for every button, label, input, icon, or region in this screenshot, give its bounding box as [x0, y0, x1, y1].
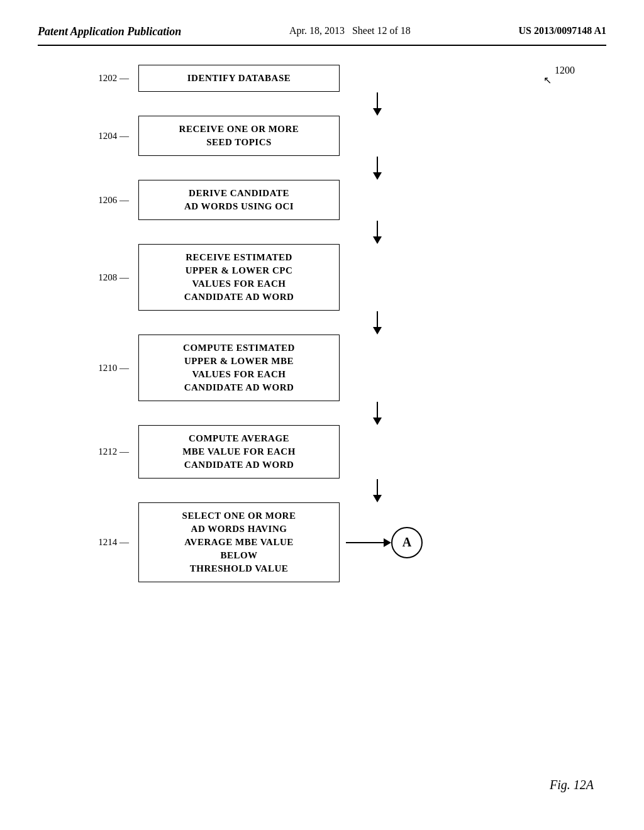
arrow-3-shaft [377, 221, 378, 236]
arrow-5-tip [373, 418, 382, 425]
arrow-6-tip [373, 495, 382, 502]
step-1206-box: DERIVE CANDIDATEAD WORDS USING OCI [138, 180, 340, 220]
step-1212-label: 1212 — [88, 446, 138, 457]
circle-a: A [391, 527, 423, 558]
patent-number: US 2013/0097148 A1 [518, 25, 606, 36]
figure-label: Fig. 12A [550, 778, 594, 792]
arrow-2-shaft [377, 157, 378, 172]
arrow-2-tip [373, 172, 382, 180]
step-1208-label: 1208 — [88, 272, 138, 283]
arrow-2 [88, 156, 606, 180]
diagram-area: ↖ 1200 1202 — IDENTIFY DATABASE 1204 — R… [38, 65, 606, 582]
arrow-4-shaft [377, 311, 378, 327]
arrow-6-shaft [377, 479, 378, 495]
arrow-1 [88, 92, 606, 116]
arrow-1-tip [373, 108, 382, 116]
page: Patent Application Publication Apr. 18, … [0, 0, 644, 830]
step-1204-label: 1204 — [88, 131, 138, 141]
step-1208-box: RECEIVE ESTIMATEDUPPER & LOWER CPCVALUES… [138, 244, 340, 311]
step-1202-label: 1202 — [88, 73, 138, 84]
step-1206-row: 1206 — DERIVE CANDIDATEAD WORDS USING OC… [88, 180, 606, 220]
circle-a-label: A [402, 535, 411, 550]
side-arrow-tip [384, 538, 391, 547]
step-1214-box: SELECT ONE OR MOREAD WORDS HAVINGAVERAGE… [138, 502, 340, 582]
step-1212-row: 1212 — COMPUTE AVERAGEMBE VALUE FOR EACH… [88, 425, 606, 479]
step-1202-row: 1202 — IDENTIFY DATABASE [88, 65, 606, 92]
publication-label: Patent Application Publication [38, 25, 181, 38]
step-1208-row: 1208 — RECEIVE ESTIMATEDUPPER & LOWER CP… [88, 244, 606, 311]
arrow-1-shaft [377, 92, 378, 108]
arrow-5 [88, 401, 606, 425]
arrow-4-tip [373, 327, 382, 335]
publication-date: Apr. 18, 2013 [289, 25, 345, 36]
step-1204-box: RECEIVE ONE OR MORESEED TOPICS [138, 116, 340, 156]
arrow-5-shaft [377, 402, 378, 418]
side-line [346, 542, 384, 543]
arrow-3 [88, 220, 606, 244]
step-1204-row: 1204 — RECEIVE ONE OR MORESEED TOPICS [88, 116, 606, 156]
arrow-4 [88, 311, 606, 335]
step-1214-label: 1214 — [88, 537, 138, 548]
step-1212-box: COMPUTE AVERAGEMBE VALUE FOR EACHCANDIDA… [138, 425, 340, 479]
step-1206-label: 1206 — [88, 195, 138, 206]
step-1210-row: 1210 — COMPUTE ESTIMATEDUPPER & LOWER MB… [88, 335, 606, 401]
header-center: Apr. 18, 2013 Sheet 12 of 18 [289, 25, 411, 36]
sheet-info: Sheet 12 of 18 [352, 25, 411, 36]
step-1210-label: 1210 — [88, 363, 138, 374]
step-1202-box: IDENTIFY DATABASE [138, 65, 340, 92]
side-connector: A [346, 527, 423, 558]
step-1210-box: COMPUTE ESTIMATEDUPPER & LOWER MBEVALUES… [138, 335, 340, 401]
arrow-3-tip [373, 236, 382, 244]
header: Patent Application Publication Apr. 18, … [38, 25, 606, 46]
step-1214-row: 1214 — SELECT ONE OR MOREAD WORDS HAVING… [88, 502, 606, 582]
arrow-6 [88, 479, 606, 502]
flowchart: 1202 — IDENTIFY DATABASE 1204 — RECEIVE … [88, 65, 606, 582]
